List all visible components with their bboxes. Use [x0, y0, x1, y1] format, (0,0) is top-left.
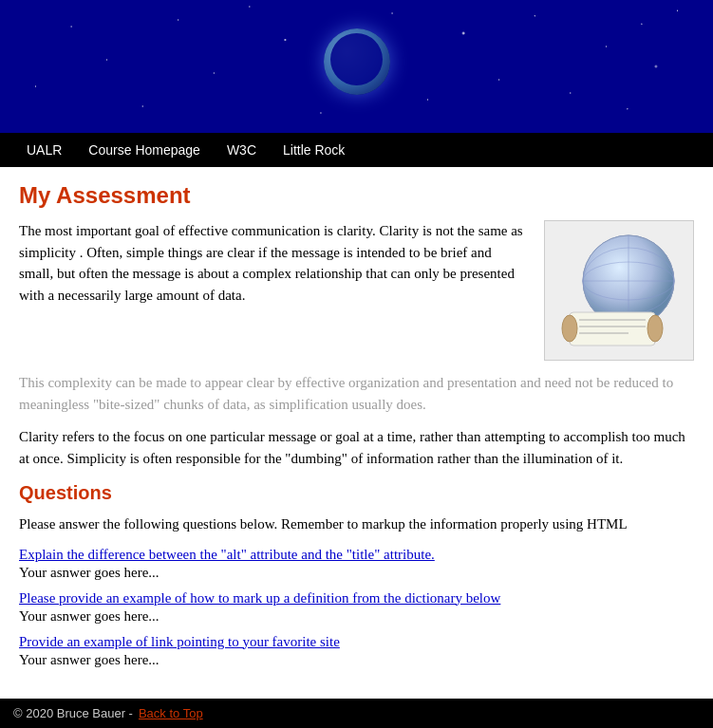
nav-little-rock[interactable]: Little Rock — [270, 135, 358, 165]
question-3-link[interactable]: Provide an example of link pointing to y… — [19, 634, 694, 650]
svg-rect-6 — [570, 312, 655, 345]
questions-title: Questions — [19, 482, 694, 504]
paragraph-3: Clarity refers to the focus on one parti… — [19, 426, 694, 469]
main-content: My Assessment The most important goal of… — [0, 167, 713, 699]
nav-w3c[interactable]: W3C — [214, 135, 270, 165]
back-to-top-link[interactable]: Back to Top — [139, 706, 203, 720]
questions-intro: Please answer the following questions be… — [19, 513, 694, 535]
question-2-link[interactable]: Please provide an example of how to mark… — [19, 590, 694, 607]
footer-copyright: © 2020 Bruce Bauer - — [13, 706, 133, 720]
paragraph-1: The most important goal of effective com… — [19, 220, 529, 361]
moon-decoration — [324, 28, 390, 95]
page-title: My Assessment — [19, 182, 694, 209]
intro-section: The most important goal of effective com… — [19, 220, 694, 361]
footer: © 2020 Bruce Bauer - Back to Top — [0, 699, 713, 728]
svg-point-11 — [647, 315, 663, 342]
nav-ualr[interactable]: UALR — [13, 135, 75, 165]
banner — [0, 0, 713, 133]
answer-3: Your asnwer goes here... — [19, 652, 694, 668]
globe-image-box — [544, 220, 694, 361]
svg-point-10 — [562, 315, 577, 342]
answer-2: Your asnwer goes here... — [19, 608, 694, 625]
nav-course-homepage[interactable]: Course Homepage — [75, 135, 214, 165]
paragraph-2-faded: This complexity can be made to appear cl… — [19, 372, 694, 415]
navbar: UALR Course Homepage W3C Little Rock — [0, 133, 713, 167]
question-1-link[interactable]: Explain the difference between the "alt"… — [19, 547, 694, 563]
globe-svg — [553, 229, 685, 352]
answer-1: Your asnwer goes here... — [19, 565, 694, 581]
